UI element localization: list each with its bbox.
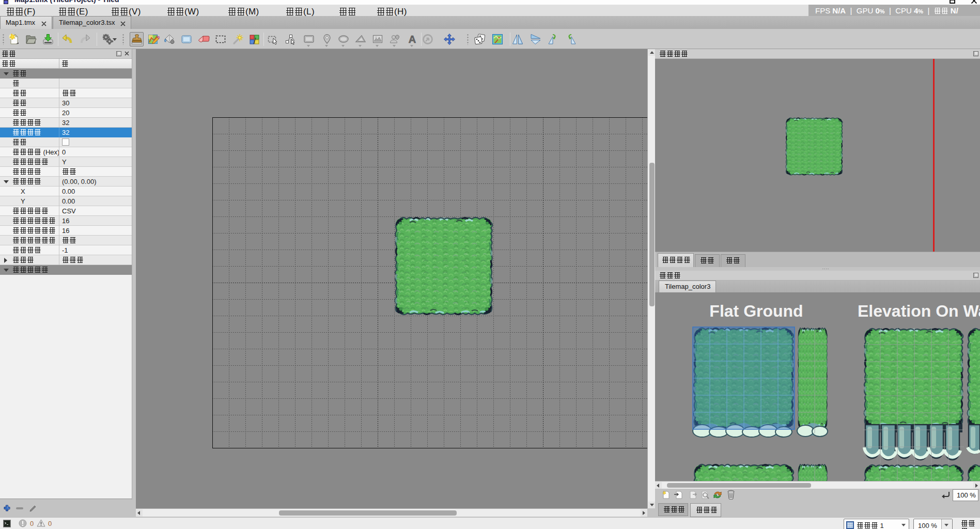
- svg-text:Elevation On Wall: Elevation On Wall: [858, 302, 980, 320]
- svg-text:A: A: [409, 34, 416, 45]
- svg-text:Flat Ground: Flat Ground: [709, 302, 803, 320]
